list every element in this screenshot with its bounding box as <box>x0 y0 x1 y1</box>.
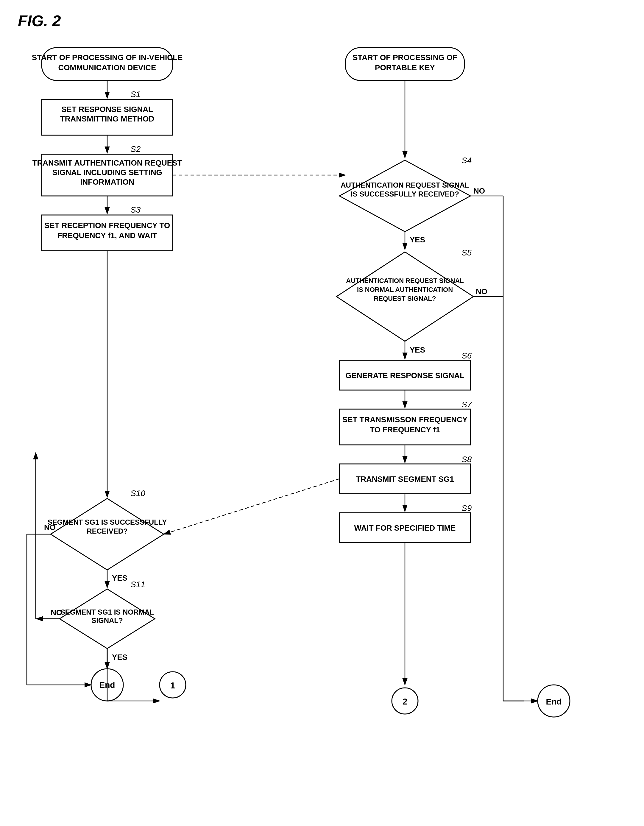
svg-text:FREQUENCY f1, AND WAIT: FREQUENCY f1, AND WAIT <box>57 231 157 240</box>
svg-text:S9: S9 <box>461 503 472 513</box>
svg-text:START OF PROCESSING OF: START OF PROCESSING OF <box>352 53 457 62</box>
svg-text:YES: YES <box>112 573 127 582</box>
svg-text:YES: YES <box>410 345 425 354</box>
svg-text:NO: NO <box>476 287 487 296</box>
svg-text:RECEIVED?: RECEIVED? <box>87 527 127 535</box>
svg-text:IS NORMAL AUTHENTICATION: IS NORMAL AUTHENTICATION <box>357 286 453 293</box>
svg-text:End: End <box>546 697 562 706</box>
fig-label: FIG. 2 <box>18 12 61 30</box>
svg-text:COMMUNICATION DEVICE: COMMUNICATION DEVICE <box>58 63 156 72</box>
svg-line-78 <box>164 479 340 534</box>
svg-text:S1: S1 <box>130 90 141 99</box>
svg-text:YES: YES <box>410 235 425 244</box>
svg-text:YES: YES <box>112 653 127 661</box>
svg-text:2: 2 <box>402 697 408 706</box>
svg-text:INFORMATION: INFORMATION <box>80 177 134 186</box>
svg-text:NO: NO <box>51 608 62 617</box>
svg-text:TRANSMIT AUTHENTICATION REQUES: TRANSMIT AUTHENTICATION REQUEST <box>33 158 182 167</box>
svg-text:SEGMENT SG1 IS NORMAL: SEGMENT SG1 IS NORMAL <box>61 608 154 616</box>
svg-text:IS SUCCESSFULLY RECEIVED?: IS SUCCESSFULLY RECEIVED? <box>351 190 459 198</box>
svg-text:START OF PROCESSING OF IN-VEHI: START OF PROCESSING OF IN-VEHICLE <box>32 53 183 62</box>
svg-text:S6: S6 <box>461 351 472 360</box>
svg-text:WAIT FOR SPECIFIED TIME: WAIT FOR SPECIFIED TIME <box>354 523 456 533</box>
svg-text:S10: S10 <box>130 489 145 498</box>
svg-text:1: 1 <box>170 680 175 690</box>
svg-text:NO: NO <box>473 186 485 195</box>
svg-text:TO FREQUENCY f1: TO FREQUENCY f1 <box>370 425 440 434</box>
svg-text:SIGNAL?: SIGNAL? <box>92 616 123 624</box>
svg-text:S8: S8 <box>461 455 472 464</box>
flowchart-svg: START OF PROCESSING OF IN-VEHICLE COMMUN… <box>18 42 631 810</box>
svg-text:S5: S5 <box>461 248 472 257</box>
svg-text:S2: S2 <box>130 144 141 154</box>
flowchart: START OF PROCESSING OF IN-VEHICLE COMMUN… <box>18 42 631 810</box>
svg-text:SEGMENT SG1 IS SUCCESSFULLY: SEGMENT SG1 IS SUCCESSFULLY <box>48 518 167 526</box>
svg-text:S3: S3 <box>130 205 141 214</box>
svg-text:S7: S7 <box>461 400 472 409</box>
svg-text:S4: S4 <box>461 156 472 165</box>
svg-text:NO: NO <box>44 523 56 532</box>
svg-text:TRANSMITTING METHOD: TRANSMITTING METHOD <box>60 114 154 123</box>
svg-text:SET TRANSMISSON FREQUENCY: SET TRANSMISSON FREQUENCY <box>342 415 467 424</box>
svg-text:S11: S11 <box>130 580 145 589</box>
svg-text:PORTABLE KEY: PORTABLE KEY <box>375 63 435 72</box>
svg-text:SET RESPONSE SIGNAL: SET RESPONSE SIGNAL <box>61 105 153 114</box>
svg-text:AUTHENTICATION REQUEST SIGNAL: AUTHENTICATION REQUEST SIGNAL <box>341 181 469 189</box>
svg-text:AUTHENTICATION REQUEST SIGNAL: AUTHENTICATION REQUEST SIGNAL <box>346 277 464 284</box>
svg-text:REQUEST SIGNAL?: REQUEST SIGNAL? <box>374 295 436 302</box>
svg-text:TRANSMIT SEGMENT SG1: TRANSMIT SEGMENT SG1 <box>356 475 454 484</box>
svg-text:SIGNAL INCLUDING SETTING: SIGNAL INCLUDING SETTING <box>52 168 162 177</box>
svg-text:SET RECEPTION FREQUENCY TO: SET RECEPTION FREQUENCY TO <box>44 221 170 230</box>
svg-text:GENERATE RESPONSE SIGNAL: GENERATE RESPONSE SIGNAL <box>345 371 464 380</box>
